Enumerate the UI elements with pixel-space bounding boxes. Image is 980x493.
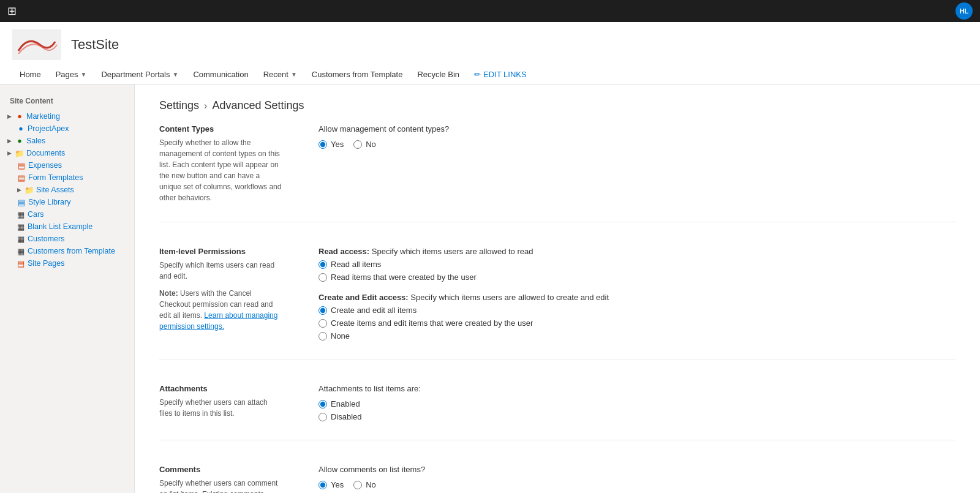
- comments-section: Comments Specify whether users can comme…: [159, 465, 956, 493]
- item-permissions-section: Item-level Permissions Specify which ite…: [159, 247, 956, 359]
- breadcrumb: Settings › Advanced Settings: [159, 99, 956, 112]
- read-created-by-user[interactable]: Read items that were created by the user: [318, 273, 956, 282]
- breadcrumb-separator: ›: [204, 100, 207, 111]
- create-edit-user[interactable]: Create items and edit items that were cr…: [318, 318, 956, 328]
- sidebar-item-style-library[interactable]: ▤ Style Library: [0, 196, 134, 208]
- sidebar-item-cars[interactable]: ▦ Cars: [0, 208, 134, 220]
- content-types-no-radio[interactable]: [353, 140, 362, 149]
- create-edit-user-radio[interactable]: [318, 319, 327, 328]
- attachments-enabled[interactable]: Enabled: [318, 399, 956, 408]
- comments-desc: Specify whether users can comment on lis…: [159, 478, 282, 493]
- attachments-desc: Specify whether users can attach files t…: [159, 397, 282, 419]
- waffle-icon[interactable]: ⊞: [7, 4, 17, 18]
- nav-edit-links[interactable]: ✏ EDIT LINKS: [467, 65, 534, 84]
- department-portals-caret: ▼: [172, 71, 178, 78]
- attachments-question: Attachments to list items are:: [318, 384, 956, 393]
- nav-recycle-bin[interactable]: Recycle Bin: [410, 65, 467, 84]
- blank-list-icon: ▦: [17, 222, 25, 231]
- sidebar-section-title: Site Content: [0, 94, 134, 110]
- recent-caret: ▼: [291, 71, 297, 78]
- read-user-radio[interactable]: [318, 273, 327, 282]
- content-types-question: Allow management of content types?: [318, 124, 956, 134]
- comments-no-radio[interactable]: [353, 481, 362, 489]
- item-permissions-note: Note: Users with the Cancel Checkout per…: [159, 288, 282, 332]
- nav-pages[interactable]: Pages ▼: [48, 65, 94, 84]
- marketing-icon: ●: [15, 112, 24, 121]
- content-types-section: Content Types Specify whether to allow t…: [159, 124, 956, 222]
- expand-arrow: ▶: [7, 138, 12, 144]
- create-edit-radio-group: Create and edit all items Create items a…: [318, 306, 956, 341]
- sidebar: Site Content ▶ ● Marketing ● ProjectApex…: [0, 85, 135, 493]
- user-avatar[interactable]: HL: [956, 2, 973, 20]
- expenses-icon: ▤: [17, 161, 26, 170]
- nav-customers-from-template[interactable]: Customers from Template: [304, 65, 410, 84]
- site-nav: Home Pages ▼ Department Portals ▼ Commun…: [12, 65, 968, 84]
- comments-radio-group: Yes No: [318, 480, 956, 489]
- documents-icon: 📁: [15, 149, 24, 157]
- comments-no[interactable]: No: [353, 480, 376, 489]
- read-all-radio[interactable]: [318, 260, 327, 269]
- expand-arrow: ▶: [7, 113, 12, 119]
- content-types-radio-group: Yes No: [318, 140, 956, 149]
- sidebar-item-customers[interactable]: ▦ Customers: [0, 233, 134, 245]
- content-area: Settings › Advanced Settings Content Typ…: [135, 85, 980, 493]
- read-all-items[interactable]: Read all items: [318, 260, 956, 269]
- nav-department-portals[interactable]: Department Portals ▼: [94, 65, 186, 84]
- sidebar-item-marketing[interactable]: ▶ ● Marketing: [0, 110, 134, 122]
- site-title: TestSite: [71, 37, 119, 53]
- comments-yes[interactable]: Yes: [318, 480, 344, 489]
- sidebar-item-expenses[interactable]: ▤ Expenses: [0, 159, 134, 171]
- expand-arrow: ▶: [17, 187, 21, 193]
- comments-yes-radio[interactable]: [318, 481, 327, 489]
- main-layout: Site Content ▶ ● Marketing ● ProjectApex…: [0, 85, 980, 493]
- item-permissions-desc: Specify which items users can read and e…: [159, 260, 282, 282]
- customers-icon: ▦: [17, 235, 25, 243]
- create-edit-none[interactable]: None: [318, 331, 956, 341]
- sidebar-item-sales[interactable]: ▶ ● Sales: [0, 135, 134, 147]
- sidebar-item-blank-list[interactable]: ▦ Blank List Example: [0, 220, 134, 233]
- pages-caret: ▼: [81, 71, 87, 78]
- site-header: TestSite Home Pages ▼ Department Portals…: [0, 22, 980, 85]
- form-templates-icon: ▤: [17, 173, 26, 182]
- sidebar-item-site-pages[interactable]: ▤ Site Pages: [0, 257, 134, 269]
- attachments-radio-group: Enabled Disabled: [318, 399, 956, 421]
- create-edit-access-group: Create and Edit access: Specify which it…: [318, 293, 956, 341]
- attachments-title: Attachments: [159, 384, 282, 393]
- create-edit-all[interactable]: Create and edit all items: [318, 306, 956, 315]
- comments-title: Comments: [159, 465, 282, 474]
- comments-question: Allow comments on list items?: [318, 465, 956, 474]
- nav-recent[interactable]: Recent ▼: [256, 65, 304, 84]
- item-permissions-title: Item-level Permissions: [159, 247, 282, 256]
- create-edit-all-radio[interactable]: [318, 306, 327, 315]
- site-pages-icon: ▤: [17, 259, 25, 268]
- sidebar-item-site-assets[interactable]: ▶ 📁 Site Assets: [0, 184, 134, 196]
- content-types-desc: Specify whether to allow the management …: [159, 137, 282, 203]
- cars-icon: ▦: [17, 210, 25, 219]
- read-access-radio-group: Read all items Read items that were crea…: [318, 260, 956, 282]
- attachments-section: Attachments Specify whether users can at…: [159, 384, 956, 440]
- attachments-disabled-radio[interactable]: [318, 413, 327, 421]
- content-types-yes-radio[interactable]: [318, 140, 327, 149]
- create-edit-none-radio[interactable]: [318, 332, 327, 341]
- pencil-icon: ✏: [474, 70, 481, 79]
- attachments-enabled-radio[interactable]: [318, 400, 327, 408]
- top-bar: ⊞ HL: [0, 0, 980, 22]
- content-types-yes[interactable]: Yes: [318, 140, 344, 149]
- sidebar-item-documents[interactable]: ▶ 📁 Documents: [0, 147, 134, 159]
- content-types-title: Content Types: [159, 124, 282, 134]
- sidebar-item-projectapex[interactable]: ● ProjectApex: [0, 122, 134, 135]
- projectapex-icon: ●: [17, 124, 25, 133]
- nav-home[interactable]: Home: [12, 65, 48, 84]
- sidebar-item-customers-from-template[interactable]: ▦ Customers from Template: [0, 245, 134, 257]
- sales-icon: ●: [15, 137, 24, 145]
- style-library-icon: ▤: [17, 198, 26, 206]
- breadcrumb-parent: Settings: [159, 99, 199, 112]
- attachments-disabled[interactable]: Disabled: [318, 412, 956, 421]
- customers-template-icon: ▦: [17, 247, 25, 255]
- breadcrumb-current: Advanced Settings: [212, 99, 304, 112]
- content-types-no[interactable]: No: [353, 140, 376, 149]
- nav-communication[interactable]: Communication: [186, 65, 255, 84]
- read-access-group: Read access: Specify which items users a…: [318, 247, 956, 282]
- sidebar-item-form-templates[interactable]: ▤ Form Templates: [0, 171, 134, 184]
- expand-arrow: ▶: [7, 150, 12, 156]
